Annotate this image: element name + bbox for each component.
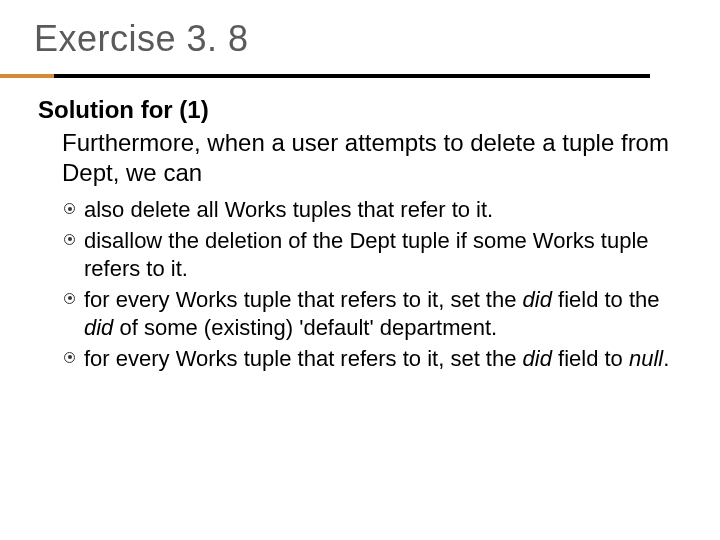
bullet-text: disallow the deletion of the Dept tuple …	[84, 228, 649, 282]
bullet-text: for every Works tuple that refers to it,…	[84, 346, 523, 371]
italic-text: did	[523, 287, 552, 312]
subtitle: Solution for (1)	[38, 96, 686, 124]
italic-text: did	[84, 315, 113, 340]
intro-text: Furthermore, when a user attempts to del…	[62, 128, 686, 188]
bullet-text: also delete all Works tuples that refer …	[84, 197, 493, 222]
bullet-text: of some (existing) 'default' department.	[113, 315, 497, 340]
list-item: for every Works tuple that refers to it,…	[62, 345, 686, 374]
list-item: also delete all Works tuples that refer …	[62, 196, 686, 225]
slide-title: Exercise 3. 8	[34, 18, 686, 60]
bullet-text: field to the	[552, 287, 660, 312]
list-item: for every Works tuple that refers to it,…	[62, 286, 686, 343]
list-item: disallow the deletion of the Dept tuple …	[62, 227, 686, 284]
slide: Exercise 3. 8 Solution for (1) Furthermo…	[0, 0, 720, 540]
italic-text: did	[523, 346, 552, 371]
italic-text: null	[629, 346, 663, 371]
bullet-text: for every Works tuple that refers to it,…	[84, 287, 523, 312]
bullet-text: .	[663, 346, 669, 371]
bullet-list: also delete all Works tuples that refer …	[62, 196, 686, 374]
bullet-text: field to	[552, 346, 629, 371]
divider	[0, 74, 650, 78]
